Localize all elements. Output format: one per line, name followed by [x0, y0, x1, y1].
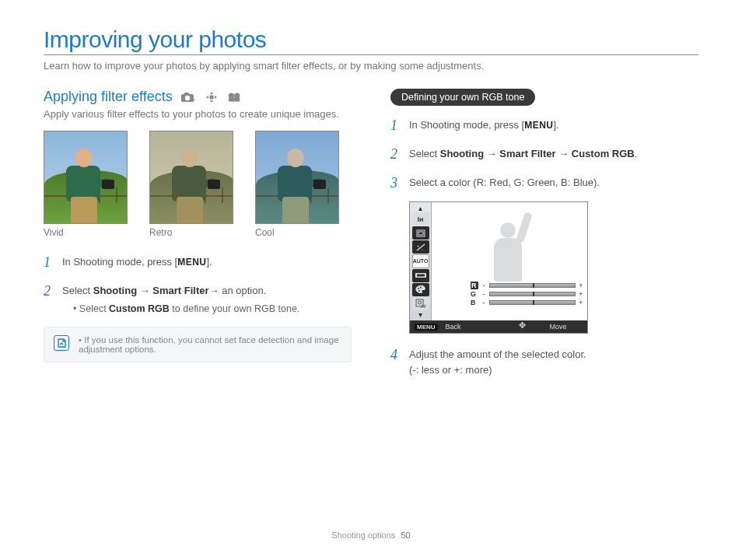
- side-icon-strip: ▴ Iн +- AUTO OFF ▾: [410, 202, 432, 320]
- chevron-down-icon: ▾: [412, 311, 429, 319]
- step-number: 3: [390, 173, 401, 194]
- svg-rect-4: [209, 95, 213, 99]
- dual-is-icon: [204, 91, 219, 103]
- move-label: Move: [550, 323, 567, 331]
- thumb-label: Cool: [255, 227, 339, 238]
- camera-program-icon: P: [180, 91, 196, 103]
- svg-point-15: [420, 287, 422, 289]
- step-text: In Shooting mode, press [MENU].: [409, 115, 559, 136]
- chevron-up-icon: ▴: [412, 204, 429, 212]
- slider-g: G-+: [471, 290, 584, 298]
- rgb-footer: MENU Back Move: [410, 320, 587, 333]
- rgb-screen: ▴ Iн +- AUTO OFF ▾ R-+: [409, 201, 588, 334]
- step-number: 1: [44, 252, 54, 273]
- svg-text:OFF: OFF: [421, 304, 426, 308]
- thumb-cool: [255, 131, 339, 224]
- svg-point-5: [229, 93, 234, 98]
- face-off-icon: OFF: [412, 297, 429, 310]
- step-number: 4: [390, 345, 401, 377]
- svg-rect-1: [184, 93, 189, 95]
- menu-key: MENU: [177, 257, 206, 268]
- section-intro: Apply various filter effects to your pho…: [44, 108, 352, 120]
- menu-key: MENU: [524, 120, 553, 131]
- step-3: 3 Select a color (R: Red, G: Green, B: B…: [390, 173, 698, 194]
- thumb-label: Vivid: [44, 227, 128, 238]
- svg-text:P: P: [192, 98, 195, 103]
- page-footer: Shooting options 50: [0, 530, 742, 540]
- step-number: 1: [390, 115, 401, 136]
- note-text: If you use this function, you cannot set…: [79, 335, 341, 354]
- step-text: Adjust the amount of the selected color.…: [409, 345, 586, 377]
- svg-point-16: [418, 290, 420, 292]
- page-title: Improving your photos: [44, 26, 698, 53]
- section-title: Applying filter effects: [44, 89, 173, 105]
- step-4: 4 Adjust the amount of the selected colo…: [390, 345, 698, 377]
- move-icon: [520, 323, 528, 331]
- svg-text:-: -: [422, 247, 423, 251]
- step-2: 2 Select Shooting → Smart Filter→ an opt…: [44, 281, 352, 316]
- step-number: 2: [44, 281, 54, 316]
- page-number: 50: [401, 530, 410, 540]
- slider-b: B-+: [471, 299, 584, 306]
- in-mode-icon: Iн: [412, 212, 429, 226]
- step-text: In Shooting mode, press [MENU].: [62, 252, 212, 273]
- rgb-canvas: R-+ G-+ B-+: [432, 202, 587, 320]
- iso-icon: [412, 269, 429, 282]
- step-text: Select Shooting → Smart Filter → Custom …: [409, 144, 637, 165]
- back-label: Back: [446, 323, 461, 331]
- title-rule: [44, 54, 698, 55]
- right-column: Defining your own RGB tone 1 In Shooting…: [390, 89, 698, 385]
- left-column: Applying filter effects P Apply various …: [44, 89, 352, 385]
- step-number: 2: [390, 144, 401, 165]
- sub-bullet: Select Custom RGB to define your own RGB…: [73, 302, 299, 317]
- rgb-sliders: R-+ G-+ B-+: [471, 281, 584, 306]
- thumb-vivid: [44, 131, 128, 224]
- ev-icon: +-: [412, 240, 429, 254]
- movie-icon: [227, 91, 243, 103]
- step-text: Select Shooting → Smart Filter→ an optio…: [62, 281, 299, 316]
- svg-point-6: [234, 93, 240, 98]
- filter-thumbnails: Vivid Retro Cool: [44, 131, 352, 238]
- auto-wb-icon: AUTO: [412, 254, 429, 268]
- step-text: Select a color (R: Red, G: Green, B: Blu…: [409, 173, 600, 194]
- slider-r: R-+: [471, 282, 584, 289]
- svg-rect-7: [229, 97, 240, 101]
- subject-silhouette: [477, 210, 539, 282]
- palette-icon: [412, 283, 429, 296]
- step-2: 2 Select Shooting → Smart Filter → Custo…: [390, 144, 698, 165]
- footer-section: Shooting options: [331, 530, 395, 540]
- svg-text:+: +: [417, 243, 420, 248]
- svg-rect-13: [417, 275, 425, 277]
- page-intro: Learn how to improve your photos by appl…: [44, 60, 698, 72]
- note-icon: [54, 335, 69, 351]
- svg-point-14: [418, 288, 419, 289]
- thumb-label: Retro: [149, 227, 233, 238]
- subsection-pill: Defining your own RGB tone: [390, 89, 535, 106]
- svg-rect-9: [418, 232, 423, 235]
- menu-key-icon: MENU: [415, 324, 438, 331]
- svg-point-2: [185, 95, 190, 100]
- step-1: 1 In Shooting mode, press [MENU].: [390, 115, 698, 136]
- note-box: If you use this function, you cannot set…: [44, 327, 352, 362]
- thumb-retro: [149, 131, 233, 224]
- frame-icon: [412, 226, 429, 240]
- step-1: 1 In Shooting mode, press [MENU].: [44, 252, 352, 273]
